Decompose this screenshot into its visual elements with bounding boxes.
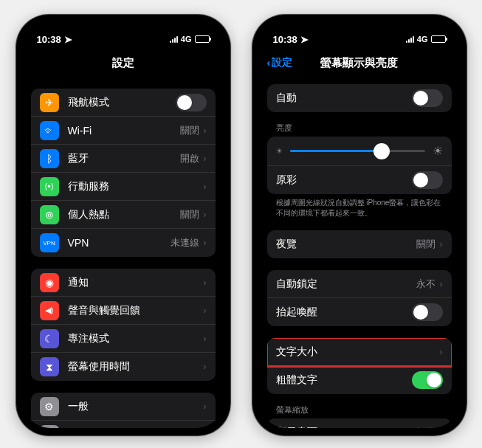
signal-icon [406, 36, 414, 43]
row-cellular[interactable]: (ꔷ) 行動服務 › [31, 173, 216, 201]
true-tone-footer: 根據周圍光線狀況自動調整 iPhone螢幕，讓色彩在不同的環境下都看起來一致。 [267, 194, 452, 218]
bluetooth-icon: ᛒ [40, 149, 59, 168]
display-settings-list[interactable]: 自動 亮度 ☀ ☀ 原彩 根據周圍光線狀況 [260, 77, 459, 428]
row-text-size[interactable]: 文字大小 › [267, 338, 452, 366]
signal-icon [170, 36, 178, 43]
section-notifications: ◉ 通知 › ◀) 聲音與觸覺回饋 › ☾ 專注模式 › ⧗ 螢幕使用時間 [31, 269, 216, 381]
chevron-icon: › [440, 347, 443, 357]
section-network: ✈ 飛航模式 ᯤ Wi-Fi 關閉 › ᛒ 藍牙 開啟 › (ꔷ) [31, 89, 216, 257]
chevron-icon: › [204, 362, 207, 372]
true-tone-toggle[interactable] [412, 171, 443, 189]
row-night-shift[interactable]: 夜覽 關閉 › [267, 230, 452, 258]
row-wifi[interactable]: ᯤ Wi-Fi 關閉 › [31, 117, 216, 145]
screen-left: 10:38 ➤ 4G 設定 ✈ 飛航模式 ᯤ [24, 22, 223, 428]
chevron-icon: › [204, 182, 207, 192]
battery-icon [431, 35, 446, 43]
battery-icon [195, 35, 210, 43]
chevron-left-icon: ‹ [267, 57, 271, 69]
screen-right: 10:38 ➤ 4G ‹ 設定 螢幕顯示與亮度 自動 [260, 22, 459, 428]
row-focus[interactable]: ☾ 專注模式 › [31, 325, 216, 353]
raise-to-wake-toggle[interactable] [412, 303, 443, 321]
network-label: 4G [417, 35, 428, 44]
hotspot-icon: ⊚ [40, 205, 59, 224]
phone-frame-left: 10:38 ➤ 4G 設定 ✈ 飛航模式 ᯤ [16, 15, 230, 435]
cellular-icon: (ꔷ) [40, 177, 59, 196]
chevron-icon: › [440, 279, 443, 289]
section-brightness: ☀ ☀ 原彩 [267, 137, 452, 194]
hourglass-icon: ⧗ [40, 357, 59, 376]
row-screentime[interactable]: ⧗ 螢幕使用時間 › [31, 353, 216, 381]
page-title: 螢幕顯示與亮度 [320, 56, 398, 70]
row-auto[interactable]: 自動 [267, 84, 452, 112]
airplane-icon: ✈ [40, 93, 59, 112]
row-display-zoom[interactable]: 顯示畫面 標準 › [267, 418, 452, 428]
airplane-toggle[interactable] [176, 94, 207, 111]
gear-icon: ⚙ [40, 397, 59, 416]
sun-small-icon: ☀ [276, 147, 283, 155]
row-bluetooth[interactable]: ᛒ 藍牙 開啟 › [31, 145, 216, 173]
chevron-icon: › [440, 427, 443, 428]
notch [79, 15, 168, 32]
row-true-tone[interactable]: 原彩 [267, 166, 452, 194]
chevron-icon: › [204, 278, 207, 288]
sun-large-icon: ☀ [433, 144, 443, 158]
section-zoom: 顯示畫面 標準 › [267, 418, 452, 428]
chevron-icon: › [204, 306, 207, 316]
row-vpn[interactable]: VPN VPN 未連線 › [31, 229, 216, 257]
location-icon: ➤ [300, 34, 309, 45]
phone-frame-right: 10:38 ➤ 4G ‹ 設定 螢幕顯示與亮度 自動 [252, 15, 466, 435]
header: 設定 [24, 49, 223, 77]
sound-icon: ◀) [40, 301, 59, 320]
section-auto: 自動 [267, 84, 452, 112]
brightness-header: 亮度 [267, 112, 452, 137]
notification-icon: ◉ [40, 273, 59, 292]
switches-icon: ⊟ [40, 425, 59, 429]
header: ‹ 設定 螢幕顯示與亮度 [260, 49, 459, 77]
focus-icon: ☾ [40, 329, 59, 348]
chevron-icon: › [204, 210, 207, 220]
section-general: ⚙ 一般 › ⊟ 控制中心 › AA 螢幕顯示與亮度 › ⊞ 主畫面 › [31, 393, 216, 428]
bold-text-toggle[interactable] [412, 371, 443, 389]
vpn-icon: VPN [40, 233, 59, 252]
brightness-slider[interactable] [290, 150, 425, 152]
status-time: 10:38 [273, 34, 297, 45]
back-button[interactable]: ‹ 設定 [267, 56, 293, 69]
row-raise-to-wake[interactable]: 抬起喚醒 [267, 298, 452, 326]
row-sounds[interactable]: ◀) 聲音與觸覺回饋 › [31, 297, 216, 325]
notch [315, 15, 404, 32]
chevron-icon: › [440, 239, 443, 249]
chevron-icon: › [204, 154, 207, 164]
section-text: 文字大小 › 粗體文字 [267, 338, 452, 394]
row-control-center[interactable]: ⊟ 控制中心 › [31, 421, 216, 428]
row-airplane[interactable]: ✈ 飛航模式 [31, 89, 216, 117]
chevron-icon: › [204, 125, 207, 136]
chevron-icon: › [204, 238, 207, 248]
auto-toggle[interactable] [412, 89, 443, 107]
row-general[interactable]: ⚙ 一般 › [31, 393, 216, 421]
chevron-icon: › [204, 334, 207, 344]
section-lock: 自動鎖定 永不 › 抬起喚醒 [267, 270, 452, 326]
page-title: 設定 [112, 56, 134, 70]
row-bold-text[interactable]: 粗體文字 [267, 366, 452, 394]
row-auto-lock[interactable]: 自動鎖定 永不 › [267, 270, 452, 298]
row-hotspot[interactable]: ⊚ 個人熱點 關閉 › [31, 201, 216, 229]
section-night-shift: 夜覽 關閉 › [267, 230, 452, 258]
settings-list[interactable]: ✈ 飛航模式 ᯤ Wi-Fi 關閉 › ᛒ 藍牙 開啟 › (ꔷ) [24, 77, 223, 428]
location-icon: ➤ [64, 34, 72, 45]
status-time: 10:38 [37, 34, 61, 45]
row-notifications[interactable]: ◉ 通知 › [31, 269, 216, 297]
zoom-header: 螢幕縮放 [267, 394, 452, 418]
slider-thumb[interactable] [373, 143, 390, 159]
wifi-icon: ᯤ [40, 121, 59, 140]
network-label: 4G [181, 35, 192, 44]
brightness-slider-row: ☀ ☀ [267, 137, 452, 166]
chevron-icon: › [204, 402, 207, 412]
